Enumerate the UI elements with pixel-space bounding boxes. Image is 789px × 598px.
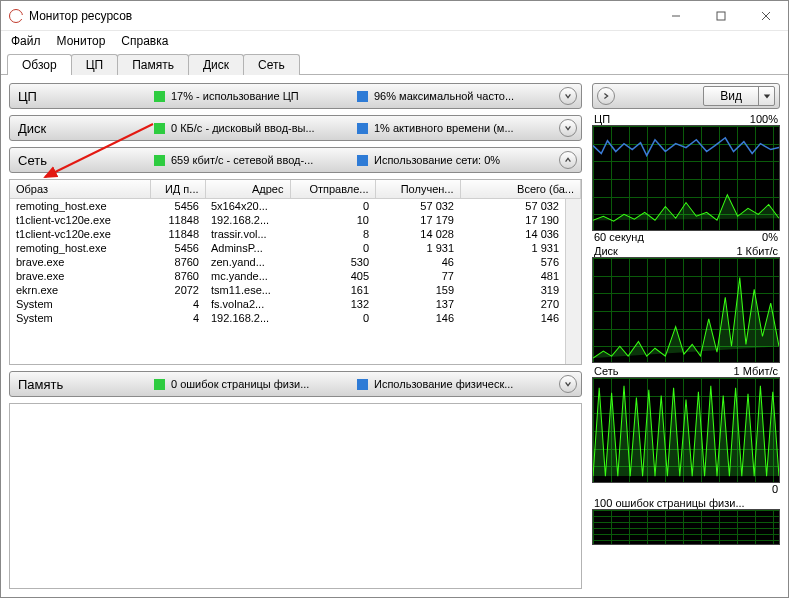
view-button[interactable]: Вид [703,86,775,106]
table-cell: 8760 [150,255,205,269]
column-header[interactable]: Образ [10,180,150,199]
chart-title: Диск [594,245,618,257]
menu-monitor[interactable]: Монитор [55,32,108,50]
table-cell: 192.168.2... [205,311,290,325]
chevron-up-icon[interactable] [559,151,577,169]
table-cell: 159 [375,283,460,297]
app-icon [9,9,23,23]
tab-memory[interactable]: Память [117,54,189,75]
disk-label: Диск [18,121,148,136]
net-chart [592,377,780,483]
table-cell: 2072 [150,283,205,297]
table-cell: fs.volna2... [205,297,290,311]
menu-file[interactable]: Файл [9,32,43,50]
cpu-stat1: 17% - использование ЦП [171,90,351,102]
table-cell: 10 [290,213,375,227]
table-cell: 11848 [150,227,205,241]
column-header[interactable]: Отправле... [290,180,375,199]
memory-empty-panel [9,403,582,589]
chevron-down-icon[interactable] [559,375,577,393]
table-cell: brave.exe [10,269,150,283]
table-row[interactable]: remoting_host.exe54565x164x20...057 0325… [10,199,565,213]
chart-title: 100 ошибок страницы физи... [594,497,745,509]
cpu-stat2: 96% максимальной часто... [374,90,553,102]
table-row[interactable]: remoting_host.exe5456AdminsP...01 9311 9… [10,241,565,255]
table-cell: 46 [375,255,460,269]
square-icon [357,379,368,390]
tab-overview[interactable]: Обзор [7,54,72,75]
chart-foot-r: 0 [772,483,778,495]
tab-bar: Обзор ЦП Память Диск Сеть [1,51,788,75]
chevron-down-icon[interactable] [559,119,577,137]
vertical-scrollbar[interactable] [565,199,581,364]
table-cell: 17 190 [460,213,565,227]
table-cell: System [10,297,150,311]
memory-section-header[interactable]: Память 0 ошибок страницы физи... Использ… [9,371,582,397]
disk-section-header[interactable]: Диск 0 КБ/с - дисковый ввод-вы... 1% акт… [9,115,582,141]
title-bar: Монитор ресурсов [1,1,788,31]
table-cell: 77 [375,269,460,283]
table-cell: 5456 [150,199,205,213]
table-row[interactable]: ekrn.exe2072tsm11.ese...161159319 [10,283,565,297]
table-cell: 14 028 [375,227,460,241]
minimize-button[interactable] [653,1,698,30]
table-cell: 4 [150,311,205,325]
square-icon [154,123,165,134]
chart-max: 1 Мбит/с [734,365,778,377]
table-cell: 530 [290,255,375,269]
square-icon [154,379,165,390]
table-row[interactable]: brave.exe8760zen.yand...53046576 [10,255,565,269]
table-row[interactable]: t1client-vc120e.exe11848192.168.2...1017… [10,213,565,227]
column-header[interactable]: ИД п... [150,180,205,199]
tab-disk[interactable]: Диск [188,54,244,75]
right-pane: Вид ЦП100% 60 секунд0% Диск1 Кбит/с [588,75,788,597]
table-cell: remoting_host.exe [10,199,150,213]
table-row[interactable]: System4192.168.2...0146146 [10,311,565,325]
table-cell: 0 [290,241,375,255]
table-row[interactable]: brave.exe8760mc.yande...40577481 [10,269,565,283]
table-row[interactable]: System4fs.volna2...132137270 [10,297,565,311]
column-header[interactable]: Всего (ба... [460,180,581,199]
net-stat1: 659 кбит/с - сетевой ввод-... [171,154,351,166]
dropdown-arrow-icon[interactable] [758,87,774,105]
svg-rect-2 [717,12,725,20]
close-button[interactable] [743,1,788,30]
chart-foot-l: 60 секунд [594,231,644,243]
mem-chart-block: 100 ошибок страницы физи... [592,497,780,545]
net-label: Сеть [18,153,148,168]
chevron-down-icon[interactable] [559,87,577,105]
cpu-chart-block: ЦП100% 60 секунд0% [592,113,780,243]
cpu-label: ЦП [18,89,148,104]
table-cell: 8760 [150,269,205,283]
column-header[interactable]: Получен... [375,180,460,199]
table-cell: ekrn.exe [10,283,150,297]
table-cell: 1 931 [460,241,565,255]
table-cell: brave.exe [10,255,150,269]
chart-max: 1 Кбит/с [736,245,778,257]
table-cell: remoting_host.exe [10,241,150,255]
maximize-button[interactable] [698,1,743,30]
cpu-section-header[interactable]: ЦП 17% - использование ЦП 96% максимальн… [9,83,582,109]
tab-network[interactable]: Сеть [243,54,300,75]
menu-help[interactable]: Справка [119,32,170,50]
table-row[interactable]: t1client-vc120e.exe11848trassir.vol...81… [10,227,565,241]
table-cell: 405 [290,269,375,283]
disk-stat2: 1% активного времени (м... [374,122,553,134]
table-cell: 5456 [150,241,205,255]
table-cell: 0 [290,311,375,325]
table-cell: 0 [290,199,375,213]
mem-stat2: Использование физическ... [374,378,553,390]
tab-cpu[interactable]: ЦП [71,54,119,75]
chevron-right-icon[interactable] [597,87,615,105]
table-cell: 146 [375,311,460,325]
mem-chart [592,509,780,545]
net-chart-block: Сеть1 Мбит/с 0 [592,365,780,495]
column-header[interactable]: Адрес [205,180,290,199]
table-cell: mc.yande... [205,269,290,283]
network-section-header[interactable]: Сеть 659 кбит/с - сетевой ввод-... Испол… [9,147,582,173]
table-cell: trassir.vol... [205,227,290,241]
chart-title: ЦП [594,113,610,125]
table-cell: 4 [150,297,205,311]
square-icon [154,155,165,166]
table-cell: 14 036 [460,227,565,241]
